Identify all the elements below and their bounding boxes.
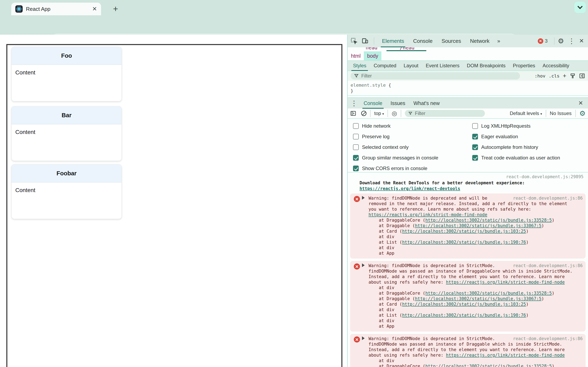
message-link[interactable]: http://localhost:3002/static/js/bundle.j… <box>415 296 542 301</box>
browser-tab[interactable]: React App ✕ <box>11 3 101 15</box>
card-header[interactable]: Foo <box>12 47 121 65</box>
message-link[interactable]: http://localhost:3002/static/js/bundle.j… <box>415 223 542 228</box>
more-tabs-button[interactable]: » <box>495 38 502 44</box>
expand-arrow-icon[interactable] <box>362 196 365 200</box>
expand-arrow-icon[interactable] <box>362 263 365 267</box>
message-source[interactable]: react-dom.development.js:86 <box>513 196 583 201</box>
message-link[interactable]: https://reactjs.org/link/strict-mode-fin… <box>446 280 565 285</box>
app-card[interactable]: FoobarContent <box>11 164 122 219</box>
context-selector[interactable]: top▾ <box>374 110 384 116</box>
tab-elements[interactable]: Elements <box>378 35 408 47</box>
drawer-tab-what-s-new[interactable]: What's new <box>409 98 444 109</box>
tab-sources[interactable]: Sources <box>437 35 466 47</box>
settings-option[interactable]: Selected context only <box>353 142 472 152</box>
console-error-message[interactable]: react-dom.development.js:86Warning: find… <box>350 334 586 367</box>
checkbox-checked[interactable] <box>472 134 478 140</box>
message-link[interactable]: http://localhost:3002/static/js/bundle.j… <box>425 364 552 367</box>
tab-search-button[interactable] <box>574 2 586 13</box>
toggle-cls[interactable]: .cls <box>549 73 559 78</box>
console-log-message[interactable]: Download the React DevTools for a better… <box>348 180 588 193</box>
error-badge[interactable]: ✕ 3 <box>538 38 548 44</box>
element-style-block[interactable]: element.style { } <box>348 81 588 96</box>
settings-option[interactable]: Treat code evaluation as user action <box>472 152 560 163</box>
settings-option[interactable]: Eager evaluation <box>472 131 560 142</box>
checkbox-checked[interactable] <box>353 166 359 171</box>
console-settings-icon[interactable]: ⚙ <box>579 110 586 117</box>
styles-tab-event-listeners[interactable]: Event Listeners <box>422 60 463 71</box>
message-link[interactable]: https://reactjs.org/link/strict-mode-fin… <box>446 353 565 358</box>
console-sidebar-icon[interactable] <box>350 110 356 117</box>
clear-console-icon[interactable] <box>361 111 366 116</box>
breadcrumb-item-body[interactable]: body <box>364 51 381 60</box>
drawer-tab-issues[interactable]: Issues <box>387 98 409 109</box>
message-source[interactable]: react-dom.development.js:86 <box>513 336 583 342</box>
settings-option[interactable]: Preserve log <box>353 131 472 142</box>
devtools-menu-icon[interactable]: ⋮ <box>568 37 575 45</box>
tab-close-icon[interactable]: ✕ <box>92 6 97 12</box>
styles-tab-accessibility[interactable]: Accessibility <box>539 60 573 71</box>
checkbox[interactable] <box>353 144 359 150</box>
drawer-close-icon[interactable]: ✕ <box>579 100 583 106</box>
app-card[interactable]: FooContent <box>11 47 122 101</box>
live-expression-icon[interactable]: ◎ <box>392 110 397 117</box>
message-source[interactable]: react-dom.development.js:86 <box>513 263 583 268</box>
settings-option[interactable]: Log XMLHttpRequests <box>472 121 560 131</box>
styles-tab-computed[interactable]: Computed <box>370 60 400 71</box>
message-link[interactable]: https://reactjs.org/link/react-devtools <box>360 186 460 191</box>
message-line: at App <box>369 324 583 329</box>
settings-option[interactable]: Group similar messages in console <box>353 152 472 163</box>
styles-tab-dom-breakpoints[interactable]: DOM Breakpoints <box>463 60 509 71</box>
message-link[interactable]: http://localhost:3002/static/js/bundle.j… <box>402 229 526 234</box>
message-link[interactable]: http://localhost:3002/static/js/bundle.j… <box>402 240 526 245</box>
devtools-settings-icon[interactable]: ⚙ <box>558 38 564 44</box>
drawer-menu-icon[interactable]: ⋮ <box>351 99 357 107</box>
message-link[interactable]: http://localhost:3002/static/js/bundle.j… <box>425 291 552 296</box>
message-source[interactable]: react-dom.development.js:29895 <box>348 174 588 180</box>
message-link[interactable]: http://localhost:3002/static/js/bundle.j… <box>425 218 552 223</box>
card-header[interactable]: Foobar <box>12 165 121 183</box>
console-error-message[interactable]: react-dom.development.js:86Warning: find… <box>350 261 586 332</box>
message-link[interactable]: http://localhost:3002/static/js/bundle.j… <box>402 302 526 307</box>
styles-tab-layout[interactable]: Layout <box>400 60 422 71</box>
dom-node-head[interactable]: head <box>366 47 378 50</box>
breadcrumb-item-html[interactable]: html <box>348 51 364 60</box>
message-link[interactable]: http://localhost:3002/static/js/bundle.j… <box>402 313 526 318</box>
checkbox-checked[interactable] <box>472 144 478 150</box>
message-line: at div <box>369 245 583 250</box>
devtools-close-icon[interactable]: ✕ <box>579 38 584 44</box>
card-header[interactable]: Bar <box>12 106 121 124</box>
tab-network[interactable]: Network <box>466 35 494 47</box>
console-filter[interactable] <box>405 110 485 117</box>
new-tab-button[interactable]: + <box>110 4 121 14</box>
settings-option[interactable]: Show CORS errors in console <box>353 163 472 174</box>
sidebar-toggle-icon[interactable] <box>579 73 585 79</box>
styles-tab-styles[interactable]: Styles <box>349 60 370 71</box>
inspect-element-icon[interactable] <box>351 38 357 44</box>
settings-option[interactable]: Hide network <box>353 121 472 131</box>
app-card[interactable]: BarContent <box>11 106 122 161</box>
issues-counter[interactable]: No Issues <box>550 110 572 116</box>
drawer-tab-console[interactable]: Console <box>360 98 387 109</box>
paint-brush-icon[interactable] <box>570 73 576 79</box>
styles-filter[interactable] <box>351 72 520 80</box>
divider <box>388 110 388 117</box>
checkbox-checked[interactable] <box>353 155 359 161</box>
error-text: react-dom.development.js:86Warning: find… <box>369 263 583 329</box>
device-toolbar-icon[interactable] <box>362 38 369 44</box>
settings-option[interactable]: Autocomplete from history <box>472 142 560 152</box>
console-filter-input[interactable] <box>415 111 481 116</box>
message-line: at div <box>369 318 583 324</box>
log-levels-dropdown[interactable]: Default levels▾ <box>510 110 542 116</box>
checkbox[interactable] <box>472 123 478 129</box>
checkbox[interactable] <box>353 123 359 129</box>
checkbox-checked[interactable] <box>472 155 478 161</box>
message-link[interactable]: https://reactjs.org/link/strict-mode-fin… <box>369 212 487 217</box>
styles-tab-properties[interactable]: Properties <box>509 60 539 71</box>
tab-console[interactable]: Console <box>408 35 437 47</box>
console-error-message[interactable]: react-dom.development.js:86Warning: find… <box>350 193 586 259</box>
styles-filter-input[interactable] <box>361 73 517 79</box>
toggle-hov[interactable]: :hov <box>535 73 545 78</box>
new-style-rule-button[interactable]: + <box>563 73 566 79</box>
checkbox[interactable] <box>353 134 359 140</box>
expand-arrow-icon[interactable] <box>362 336 365 340</box>
